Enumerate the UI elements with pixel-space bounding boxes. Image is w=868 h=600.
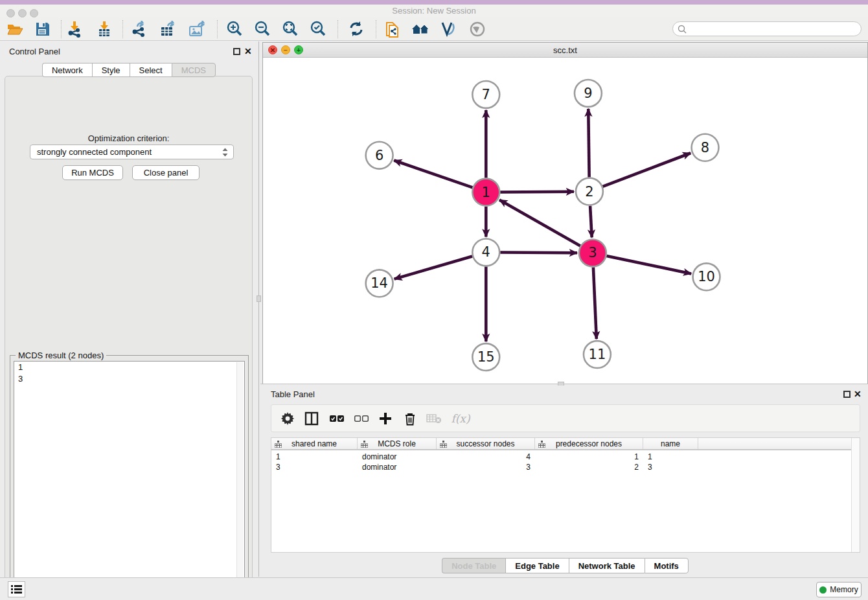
column-header-successor-nodes[interactable]: successor nodes xyxy=(437,438,535,449)
node-label-4: 4 xyxy=(482,244,490,260)
eye-icon[interactable] xyxy=(468,20,486,38)
float-panel-icon[interactable] xyxy=(233,48,240,55)
mcds-result-item[interactable]: 3 xyxy=(14,373,244,385)
node-label-15: 15 xyxy=(477,349,495,365)
table-cell[interactable]: 1 xyxy=(271,452,358,462)
function-builder-icon: f(x) xyxy=(448,410,474,427)
import-table-icon[interactable] xyxy=(95,20,113,38)
edge-4-14[interactable] xyxy=(394,257,473,279)
zoom-selected-icon[interactable] xyxy=(309,20,327,38)
criterion-select[interactable]: strongly connected component xyxy=(30,144,234,159)
node-label-1: 1 xyxy=(482,185,490,200)
control-panel-tabs: NetworkStyleSelectMCDS xyxy=(0,63,258,77)
zoom-in-icon[interactable] xyxy=(225,20,244,38)
export-image-icon[interactable] xyxy=(188,20,206,38)
table-cell[interactable]: 2 xyxy=(535,462,643,472)
gear-icon[interactable] xyxy=(279,410,296,427)
refresh-layout-icon[interactable] xyxy=(347,20,365,38)
table-toolbar: f(x) xyxy=(271,404,860,432)
run-mcds-button[interactable]: Run MCDS xyxy=(62,165,123,180)
close-panel-button[interactable]: Close panel xyxy=(132,165,200,180)
node-label-7: 7 xyxy=(482,87,490,102)
close-panel-icon[interactable]: ✕ xyxy=(854,389,862,399)
open-session-icon[interactable] xyxy=(6,20,24,38)
toolbar-separator xyxy=(376,20,376,38)
edge-3-11[interactable] xyxy=(593,267,597,339)
edge-2-8[interactable] xyxy=(602,153,691,187)
table-cell[interactable]: 3 xyxy=(271,462,358,472)
node-label-2: 2 xyxy=(585,184,593,200)
column-header-shared-name[interactable]: shared name xyxy=(271,438,358,449)
mcds-result-item[interactable]: 1 xyxy=(14,362,244,373)
add-column-icon[interactable] xyxy=(377,410,394,427)
close-panel-icon[interactable]: ✕ xyxy=(244,46,252,56)
table-cell[interactable]: 4 xyxy=(437,452,535,462)
table-cell[interactable]: 3 xyxy=(643,462,698,472)
table-cell[interactable]: dominator xyxy=(358,452,437,462)
memory-button[interactable]: Memory xyxy=(816,582,862,597)
export-network-icon[interactable] xyxy=(130,20,148,38)
tab-motifs[interactable]: Motifs xyxy=(645,558,689,573)
network-graph[interactable]: 1234678910111415 xyxy=(263,58,867,383)
network-canvas[interactable]: 1234678910111415 xyxy=(263,58,867,383)
zoom-fit-icon[interactable] xyxy=(281,20,299,38)
new-network-icon[interactable] xyxy=(383,20,402,38)
delete-column-icon[interactable] xyxy=(402,410,418,427)
select-all-icon[interactable] xyxy=(328,410,345,427)
network-window-titlebar[interactable]: ✕ − + scc.txt xyxy=(263,43,867,58)
column-header-name[interactable]: name xyxy=(643,438,698,449)
panel-divider-handle[interactable] xyxy=(257,295,261,302)
table-cell[interactable]: 1 xyxy=(535,452,643,462)
scrollbar[interactable] xyxy=(236,362,244,598)
column-header-filler xyxy=(698,438,852,449)
table-row[interactable]: 1dominator411 xyxy=(271,452,852,462)
delete-table-icon xyxy=(426,410,442,427)
column-header-MCDS-role[interactable]: MCDS role xyxy=(358,438,437,449)
column-browser-icon[interactable] xyxy=(303,410,320,427)
float-panel-icon[interactable] xyxy=(843,391,851,398)
edge-3-10[interactable] xyxy=(606,256,691,273)
export-table-icon[interactable] xyxy=(159,20,177,38)
criterion-select-value: strongly connected component xyxy=(37,147,152,157)
table-cell[interactable]: dominator xyxy=(358,462,437,472)
tab-node-table[interactable]: Node Table xyxy=(442,558,505,573)
tab-edge-table[interactable]: Edge Table xyxy=(505,558,568,573)
panel-divider[interactable] xyxy=(258,41,259,577)
panel-divider[interactable] xyxy=(260,384,868,384)
search-field[interactable] xyxy=(672,21,862,36)
node-label-9: 9 xyxy=(584,86,592,101)
zoom-out-icon[interactable] xyxy=(253,20,271,38)
save-session-icon[interactable] xyxy=(34,20,52,38)
table-row[interactable]: 3dominator323 xyxy=(271,462,852,472)
edge-1-6[interactable] xyxy=(394,161,472,188)
tab-style[interactable]: Style xyxy=(92,63,130,77)
tab-network-table[interactable]: Network Table xyxy=(569,558,645,573)
task-history-button[interactable] xyxy=(8,581,25,597)
import-network-icon[interactable] xyxy=(65,20,84,38)
tab-network[interactable]: Network xyxy=(42,63,92,77)
edge-2-9[interactable] xyxy=(588,109,589,178)
edge-3-1[interactable] xyxy=(499,200,580,246)
hide-details-icon[interactable] xyxy=(439,20,457,38)
optimization-criterion-label: Optimization criterion: xyxy=(5,133,252,143)
scrollbar[interactable] xyxy=(851,438,860,552)
edge-4-3[interactable] xyxy=(500,253,577,253)
tab-select[interactable]: Select xyxy=(130,63,172,77)
tab-mcds[interactable]: MCDS xyxy=(172,63,216,77)
column-header-predecessor-nodes[interactable]: predecessor nodes xyxy=(535,438,643,449)
deselect-all-icon[interactable] xyxy=(353,410,370,427)
node-label-14: 14 xyxy=(371,275,388,291)
table-tabs: Node TableEdge TableNetwork TableMotifs xyxy=(262,558,868,577)
table-cell[interactable]: 3 xyxy=(437,462,535,472)
table-cell[interactable]: 1 xyxy=(643,452,698,462)
window-accent-strip xyxy=(0,0,868,5)
node-table[interactable]: shared nameMCDS rolesuccessor nodesprede… xyxy=(271,437,860,553)
network-window: ✕ − + scc.txt 1234678910111415 xyxy=(262,42,868,384)
mcds-result-title: MCDS result (2 nodes) xyxy=(16,351,106,360)
chevron-up-down-icon xyxy=(221,147,229,157)
edge-2-3[interactable] xyxy=(590,206,592,238)
home-icon[interactable] xyxy=(411,20,429,38)
mcds-result-list[interactable]: 13 xyxy=(14,361,245,598)
edge-1-2[interactable] xyxy=(500,192,574,192)
search-input[interactable] xyxy=(689,23,857,34)
